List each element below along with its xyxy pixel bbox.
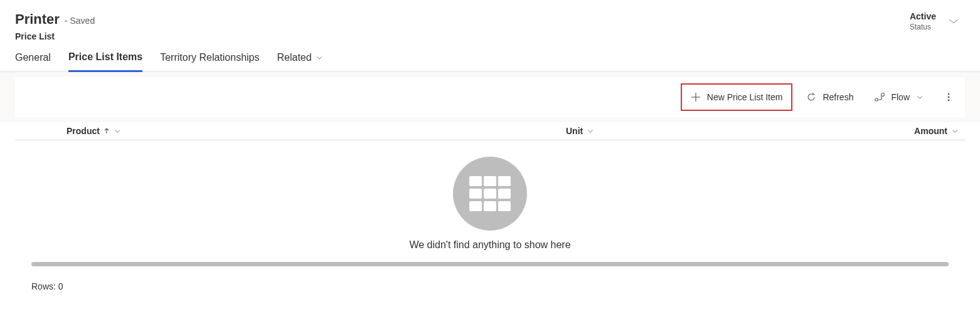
flow-button[interactable]: Flow — [867, 88, 931, 106]
tab-price-list-items[interactable]: Price List Items — [68, 51, 142, 72]
saved-indicator: - Saved — [65, 16, 95, 26]
empty-state: We didn't find anything to show here — [15, 140, 965, 262]
grid-region: Product Unit Amount — [15, 122, 965, 304]
status-value: Active — [910, 11, 936, 21]
chevron-down-icon — [951, 127, 959, 135]
svg-point-3 — [881, 93, 885, 97]
tab-territory-relationships[interactable]: Territory Relationships — [160, 51, 259, 71]
flow-label: Flow — [891, 92, 910, 102]
svg-rect-2 — [875, 98, 878, 101]
status-label: Status — [910, 23, 936, 31]
status-block[interactable]: Active Status — [910, 11, 965, 31]
chevron-down-icon[interactable] — [947, 15, 960, 28]
new-price-list-item-button[interactable]: New Price List Item — [681, 83, 793, 111]
column-header-unit[interactable]: Unit — [566, 126, 890, 136]
subgrid-toolbar: New Price List Item Refresh Flow — [15, 77, 965, 117]
svg-point-4 — [948, 93, 950, 95]
tab-general[interactable]: General — [15, 51, 51, 71]
more-button[interactable] — [944, 92, 954, 102]
horizontal-scrollbar[interactable] — [31, 262, 949, 266]
column-select-all[interactable] — [15, 126, 51, 136]
column-header-product-label: Product — [67, 126, 100, 136]
new-price-list-item-label: New Price List Item — [707, 92, 783, 102]
flow-icon — [875, 92, 885, 102]
grid-header: Product Unit Amount — [15, 122, 965, 140]
svg-rect-11 — [484, 189, 496, 199]
sort-ascending-icon — [104, 128, 110, 134]
empty-state-icon — [453, 157, 527, 231]
svg-rect-7 — [469, 176, 482, 186]
refresh-label: Refresh — [823, 92, 853, 102]
rows-count: Rows: 0 — [31, 281, 63, 291]
svg-rect-8 — [484, 176, 496, 186]
plus-icon — [691, 92, 701, 102]
tab-related[interactable]: Related — [277, 51, 322, 71]
entity-label: Price List — [15, 31, 95, 41]
svg-rect-10 — [469, 189, 482, 199]
grid-icon — [469, 176, 511, 211]
chevron-down-icon — [916, 93, 924, 101]
svg-rect-15 — [498, 201, 511, 211]
refresh-icon — [806, 92, 816, 102]
svg-point-5 — [948, 97, 950, 98]
column-header-amount-label: Amount — [914, 126, 947, 136]
tab-related-label: Related — [277, 52, 311, 63]
chevron-down-icon — [316, 54, 323, 61]
empty-state-message: We didn't find anything to show here — [409, 239, 570, 251]
chevron-down-icon — [114, 127, 121, 135]
svg-rect-12 — [498, 189, 511, 199]
column-header-product[interactable]: Product — [51, 126, 566, 136]
svg-rect-13 — [469, 201, 482, 211]
svg-rect-14 — [484, 201, 496, 211]
chevron-down-icon — [587, 127, 594, 135]
record-header: Printer - Saved Price List Active Status — [0, 0, 980, 44]
toolbar-region: New Price List Item Refresh Flow — [0, 72, 980, 122]
record-title: Printer — [15, 11, 60, 28]
tab-bar: General Price List Items Territory Relat… — [0, 44, 980, 72]
grid-footer: Rows: 0 — [15, 275, 965, 304]
column-header-amount[interactable]: Amount — [890, 126, 965, 136]
column-header-unit-label: Unit — [566, 126, 583, 136]
refresh-button[interactable]: Refresh — [799, 88, 861, 106]
svg-point-6 — [948, 100, 950, 102]
svg-rect-9 — [498, 176, 511, 186]
title-block: Printer - Saved Price List — [15, 11, 95, 41]
